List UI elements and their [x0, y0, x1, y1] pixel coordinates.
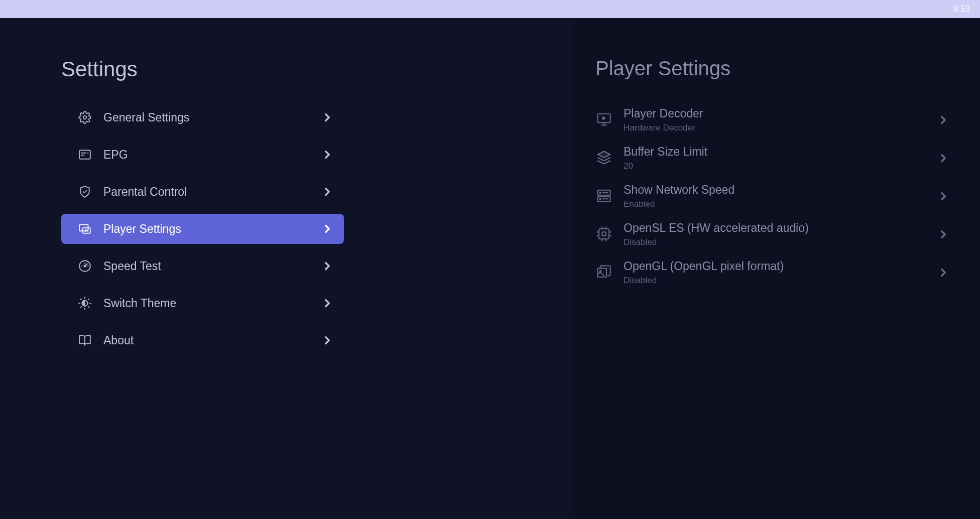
svg-line-13 [81, 299, 82, 300]
detail-item-title: Buffer Size Limit [624, 145, 937, 159]
menu-item-label: Player Settings [103, 222, 321, 236]
chevron-right-icon [937, 152, 950, 165]
detail-text-block: Show Network Speed Enabled [624, 183, 937, 209]
detail-item-subtitle: Disabled [624, 276, 937, 286]
menu-item-label: EPG [103, 148, 321, 162]
main-container: Settings General Settings EPG [0, 18, 980, 519]
detail-panel: Player Settings Player Decoder Hardware … [574, 18, 980, 519]
menu-item-label: General Settings [103, 111, 321, 124]
menu-item-label: Speed Test [103, 260, 321, 273]
detail-item-title: Show Network Speed [624, 183, 937, 197]
detail-item-opengl[interactable]: OpenGL (OpenGL pixel format) Disabled [595, 253, 950, 292]
svg-marker-22 [603, 117, 605, 119]
menu-item-player-settings[interactable]: Player Settings [61, 214, 344, 244]
detail-item-title: OpenSL ES (HW accelerated audio) [624, 221, 937, 235]
svg-marker-7 [85, 230, 87, 231]
menu-item-switch-theme[interactable]: Switch Theme [61, 288, 344, 318]
svg-line-14 [88, 307, 89, 308]
detail-item-subtitle: Enabled [624, 199, 937, 209]
detail-text-block: Player Decoder Hardware Decoder [624, 107, 937, 133]
monitor-icon [595, 111, 612, 128]
settings-sidebar: Settings General Settings EPG [0, 18, 574, 519]
status-bar: 9:53 [0, 0, 980, 18]
chevron-right-icon [937, 228, 950, 241]
settings-title: Settings [61, 57, 574, 81]
detail-item-subtitle: Hardware Decoder [624, 123, 937, 133]
detail-item-buffer-size-limit[interactable]: Buffer Size Limit 20 [595, 139, 950, 177]
settings-menu-list: General Settings EPG Parental Control [61, 102, 574, 355]
detail-item-player-decoder[interactable]: Player Decoder Hardware Decoder [595, 101, 950, 139]
svg-marker-23 [598, 152, 610, 158]
menu-item-label: Parental Control [103, 185, 321, 199]
menu-item-label: About [103, 334, 321, 347]
svg-point-41 [600, 271, 601, 272]
detail-text-block: Buffer Size Limit 20 [624, 145, 937, 171]
menu-item-speed-test[interactable]: Speed Test [61, 251, 344, 281]
detail-item-title: Player Decoder [624, 107, 937, 121]
chevron-right-icon [321, 297, 334, 310]
network-icon [595, 187, 612, 204]
detail-item-subtitle: 20 [624, 161, 937, 171]
chevron-right-icon [321, 111, 334, 124]
svg-point-26 [599, 192, 601, 194]
gear-icon [78, 111, 91, 124]
status-time: 9:53 [953, 4, 970, 14]
player-icon [78, 222, 91, 235]
menu-item-parental-control[interactable]: Parental Control [61, 177, 344, 207]
chevron-right-icon [321, 185, 334, 198]
chevron-right-icon [321, 260, 334, 273]
svg-rect-1 [79, 150, 90, 159]
detail-item-show-network-speed[interactable]: Show Network Speed Enabled [595, 177, 950, 215]
detail-item-opensl-es[interactable]: OpenSL ES (HW accelerated audio) Disable… [595, 215, 950, 253]
chevron-right-icon [937, 113, 950, 126]
detail-item-subtitle: Disabled [624, 237, 937, 247]
chevron-right-icon [937, 266, 950, 279]
book-icon [78, 334, 91, 347]
speedometer-icon [78, 260, 91, 273]
audio-chip-icon [595, 225, 612, 242]
detail-list: Player Decoder Hardware Decoder Buffer S… [595, 101, 980, 292]
detail-item-title: OpenGL (OpenGL pixel format) [624, 260, 937, 274]
detail-panel-title: Player Settings [595, 57, 980, 80]
detail-text-block: OpenGL (OpenGL pixel format) Disabled [624, 260, 937, 286]
menu-item-general-settings[interactable]: General Settings [61, 102, 344, 133]
menu-item-about[interactable]: About [61, 325, 344, 355]
svg-rect-31 [602, 232, 606, 236]
svg-point-9 [84, 265, 85, 267]
chevron-right-icon [321, 148, 334, 161]
menu-item-label: Switch Theme [103, 297, 321, 310]
guide-icon [78, 148, 91, 161]
detail-text-block: OpenSL ES (HW accelerated audio) Disable… [624, 221, 937, 247]
chevron-right-icon [937, 190, 950, 203]
brightness-icon [78, 297, 91, 310]
svg-line-17 [81, 307, 82, 308]
chevron-right-icon [321, 334, 334, 347]
chevron-right-icon [321, 222, 334, 235]
layers-icon [595, 149, 612, 166]
svg-line-18 [88, 299, 89, 300]
menu-item-epg[interactable]: EPG [61, 140, 344, 170]
svg-rect-30 [599, 229, 609, 239]
images-icon [595, 264, 612, 281]
svg-point-0 [83, 116, 87, 119]
svg-point-27 [599, 198, 601, 200]
shield-icon [78, 185, 91, 198]
